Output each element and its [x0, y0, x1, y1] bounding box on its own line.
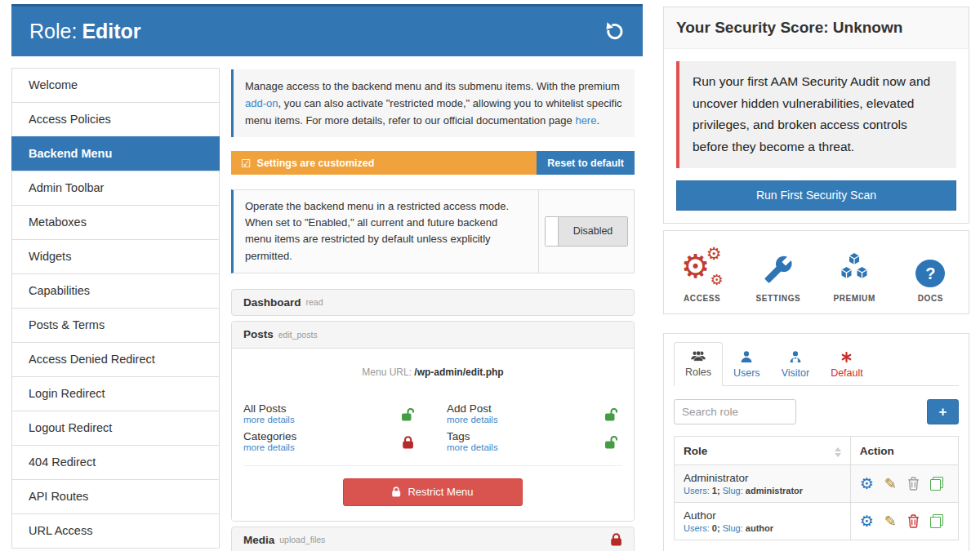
- intro-text-2: , you can also activate "restricted mode…: [245, 97, 622, 127]
- security-audit-notice: Run your first AAM Security Audit now an…: [676, 61, 956, 168]
- feature-settings[interactable]: SETTINGS: [740, 245, 816, 303]
- unlock-icon[interactable]: [605, 408, 622, 421]
- subject-tabs: Roles Users Visitor: [674, 342, 959, 386]
- subject-panel: Roles Users Visitor: [663, 333, 969, 551]
- clone-role-icon[interactable]: [930, 477, 943, 491]
- settings-customized-label: ☑ Settings are customized: [231, 151, 537, 175]
- more-details-link[interactable]: more details: [447, 415, 498, 424]
- run-security-scan-button[interactable]: Run First Security Scan: [676, 180, 956, 211]
- manage-role-icon[interactable]: ⚙: [860, 476, 874, 491]
- edit-role-icon[interactable]: ✎: [884, 477, 897, 491]
- menu-row-media[interactable]: Media upload_files: [231, 527, 635, 551]
- tab-visitor[interactable]: Visitor: [771, 344, 821, 386]
- user-icon: [733, 349, 760, 364]
- feature-docs[interactable]: ? DOCS: [893, 245, 969, 303]
- sidebar-item-access-denied-redirect[interactable]: Access Denied Redirect: [11, 342, 220, 377]
- sidebar-item-login-redirect[interactable]: Login Redirect: [11, 376, 220, 411]
- tab-label: Default: [831, 367, 863, 379]
- sidebar-item-welcome[interactable]: Welcome: [11, 68, 220, 103]
- tab-label: Roles: [685, 367, 711, 378]
- tab-label: Users: [733, 367, 760, 379]
- sidebar-item-url-access[interactable]: URL Access: [11, 513, 220, 549]
- more-details-link[interactable]: more details: [243, 442, 296, 452]
- restricted-mode-toggle[interactable]: Disabled: [545, 216, 628, 247]
- restricted-mode-toggle-cell: Disabled: [538, 190, 634, 273]
- reset-to-default-button[interactable]: Reset to default: [537, 151, 635, 175]
- add-role-button[interactable]: +: [927, 399, 959, 424]
- role-name: Administrator: [684, 472, 841, 484]
- restricted-mode-box: Operate the backend menu in a restricted…: [231, 189, 635, 273]
- refresh-icon[interactable]: [604, 21, 625, 42]
- feature-label: DOCS: [893, 294, 969, 303]
- sidebar-item-metaboxes[interactable]: Metaboxes: [11, 205, 220, 240]
- lock-icon[interactable]: [611, 533, 622, 546]
- cubes-icon: [835, 251, 873, 287]
- menu-row-posts[interactable]: Posts edit_posts: [232, 322, 634, 349]
- search-role-input[interactable]: [674, 399, 796, 424]
- unlock-icon[interactable]: [605, 436, 622, 449]
- menu-item-capability: edit_posts: [278, 330, 318, 340]
- submenu-name: Tags: [447, 430, 498, 442]
- submenu-grid: All Posts more details Add Post more det…: [243, 402, 622, 452]
- sidebar-item-api-routes[interactable]: API Routes: [11, 479, 220, 514]
- submenu-name: Categories: [243, 430, 296, 442]
- addon-link[interactable]: add-on: [245, 97, 278, 109]
- role-column-header[interactable]: Role: [675, 437, 851, 465]
- role-prefix: Role:: [29, 20, 77, 42]
- checkbox-icon: ☑: [241, 157, 252, 170]
- sidebar-item-posts-terms[interactable]: Posts & Terms: [11, 308, 220, 343]
- tab-users[interactable]: Users: [723, 344, 771, 386]
- sidebar-item-admin-toolbar[interactable]: Admin Toolbar: [11, 171, 220, 206]
- submenu-item-add-post: Add Post more details: [447, 402, 622, 424]
- submenu-item-tags: Tags more details: [447, 430, 622, 452]
- here-link[interactable]: here: [575, 114, 596, 127]
- menu-panel-posts: Posts edit_posts Menu URL: /wp-admin/edi…: [231, 321, 635, 522]
- role-name: Author: [684, 509, 841, 522]
- delete-role-icon[interactable]: [907, 477, 920, 491]
- menu-row-dashboard[interactable]: Dashboard read: [231, 289, 635, 316]
- feature-label: PREMIUM: [817, 294, 893, 303]
- clone-role-icon[interactable]: [930, 514, 943, 528]
- tab-roles[interactable]: Roles: [674, 342, 723, 386]
- sort-icon: [835, 447, 841, 457]
- table-row-author[interactable]: Author Users: 0; Slug: author ⚙ ✎: [675, 503, 959, 540]
- gears-icon: ⚙ ⚙ ⚙: [681, 247, 724, 287]
- sidebar-item-widgets[interactable]: Widgets: [11, 239, 220, 274]
- backend-menu-list: Dashboard read Posts edit_posts Menu URL…: [231, 289, 635, 551]
- unlock-icon[interactable]: [402, 408, 419, 421]
- sidebar-item-logout-redirect[interactable]: Logout Redirect: [11, 411, 220, 446]
- menu-url-value: /wp-admin/edit.php: [414, 367, 503, 378]
- tab-label: Visitor: [782, 367, 810, 379]
- intro-text-1: Manage access to the backend menu and it…: [245, 80, 620, 92]
- tab-default[interactable]: Default: [820, 344, 874, 386]
- menu-item-name: Posts: [243, 328, 274, 340]
- settings-customized-bar: ☑ Settings are customized Reset to defau…: [231, 151, 635, 175]
- table-row-administrator[interactable]: Administrator Users: 1; Slug: administra…: [675, 465, 959, 503]
- sidebar-item-backend-menu[interactable]: Backend Menu: [11, 136, 220, 171]
- manage-role-icon[interactable]: ⚙: [860, 513, 874, 529]
- more-details-link[interactable]: more details: [447, 442, 498, 452]
- lock-icon: [392, 487, 401, 497]
- menu-url: Menu URL: /wp-admin/edit.php: [243, 367, 622, 378]
- posts-panel-body: Menu URL: /wp-admin/edit.php All Posts m…: [232, 349, 634, 521]
- more-details-link[interactable]: more details: [243, 415, 295, 424]
- role-meta: Users: 0; Slug: author: [684, 523, 841, 533]
- toggle-state-label: Disabled: [559, 217, 627, 246]
- restrict-menu-button[interactable]: Restrict Menu: [343, 478, 523, 506]
- feature-premium[interactable]: PREMIUM: [817, 245, 893, 303]
- sidebar-item-404-redirect[interactable]: 404 Redirect: [11, 445, 220, 480]
- feature-access[interactable]: ⚙ ⚙ ⚙ ACCESS: [664, 245, 740, 303]
- delete-role-icon[interactable]: [907, 514, 920, 528]
- sidebar-item-capabilities[interactable]: Capabilities: [11, 273, 220, 309]
- feature-sidebar: Welcome Access Policies Backend Menu Adm…: [11, 68, 220, 549]
- role-name: Editor: [82, 20, 140, 42]
- lock-icon[interactable]: [403, 436, 419, 449]
- submenu-name: All Posts: [243, 402, 295, 415]
- menu-item-name: Dashboard: [243, 296, 301, 309]
- feature-label: SETTINGS: [740, 294, 816, 303]
- sidebar-item-access-policies[interactable]: Access Policies: [11, 102, 220, 137]
- intro-notice: Manage access to the backend menu and it…: [231, 69, 635, 137]
- edit-role-icon[interactable]: ✎: [884, 514, 897, 529]
- page-title: Role:Editor: [29, 20, 141, 43]
- intro-text-3: .: [596, 114, 599, 127]
